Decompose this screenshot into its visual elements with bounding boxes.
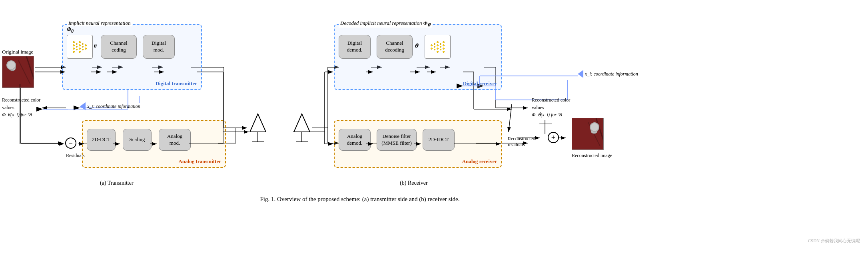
watermark: CSDN @倘若我问心无愧呢 <box>808 238 860 244</box>
reconstructed-color-left: Reconstructed color values Φ_θ(x_i) for … <box>2 96 46 118</box>
neural-net-visual-left <box>67 35 93 59</box>
digital-receiver-label: Digital receiver <box>463 80 497 87</box>
plus-circle: + <box>548 132 559 143</box>
svg-marker-51 <box>250 114 266 132</box>
phi-theta-label: Φθ <box>67 26 74 34</box>
theta-hat-label: θ̂ <box>415 43 418 49</box>
digital-transmitter-label: Digital transmitter <box>156 80 197 87</box>
svg-rect-50 <box>10 65 15 70</box>
analog-mod-block: Analog mod. <box>159 129 191 151</box>
figure-caption: Fig. 1. Overview of the proposed scheme:… <box>120 196 600 203</box>
implicit-neural-label: Implicit neural representation <box>67 20 132 26</box>
neural-net-visual-right <box>425 35 451 59</box>
caption-receiver: (b) Receiver <box>400 180 428 186</box>
blue-arrow-left-icon <box>80 102 86 110</box>
reconstructed-color-right: Reconstructed color values Φ_θ̂(x_i) for… <box>532 96 576 118</box>
digital-mod-block: Digital mod. <box>143 35 175 59</box>
analog-demod-block: Analog demod. <box>339 129 371 151</box>
digital-demod-block: Digital demod. <box>339 35 371 59</box>
svg-rect-61 <box>591 128 597 133</box>
theta-arrow-label: θ <box>94 43 97 49</box>
receive-antenna <box>292 112 312 145</box>
analog-transmitter-box: 2D-DCT Scaling Analog mod. Analog transm… <box>82 120 226 168</box>
svg-line-99 <box>509 104 512 132</box>
blue-arrow-right-icon <box>578 70 583 78</box>
caption-transmitter: (a) Transmitter <box>100 180 134 186</box>
denoise-filter-block: Denoise filter (MMSE filter) <box>377 129 417 151</box>
decoded-implicit-neural-label: Decoded implicit neural representation Φ… <box>339 20 432 28</box>
reconstructed-image-label: Reconstructed image <box>572 153 612 159</box>
svg-rect-57 <box>572 118 604 150</box>
minus-circle: − <box>65 137 76 149</box>
analog-receiver-box: Analog demod. Denoise filter (MMSE filte… <box>334 120 502 168</box>
analog-transmitter-label: Analog transmitter <box>178 158 221 165</box>
coordinate-info-arrow-right: x_i: coordinate information <box>578 70 638 78</box>
transmit-antenna <box>248 112 268 145</box>
reconstructed-residuals-label: Reconstructed residuals <box>508 136 544 148</box>
dct-block: 2D-DCT <box>87 129 116 151</box>
original-image-thumbnail <box>2 56 34 88</box>
idct-block: 2D-IDCT <box>423 129 455 151</box>
channel-decoding-block: Channel decoding <box>377 35 413 59</box>
coordinate-info-arrow-left: x_i: coordinate information <box>80 102 140 110</box>
channel-coding-block: Channel coding <box>101 35 137 59</box>
scaling-block: Scaling <box>123 129 152 151</box>
svg-marker-54 <box>294 114 310 132</box>
analog-receiver-label: Analog receiver <box>462 158 497 165</box>
reconstructed-image-thumbnail <box>572 118 604 150</box>
digital-transmitter-box: Implicit neural representation Φθ <box>62 24 202 90</box>
svg-rect-45 <box>2 56 34 88</box>
main-diagram: Original image 𝒟 = {x_i, f(x_i)}_i Impli… <box>0 0 868 248</box>
digital-receiver-box: Decoded implicit neural representation Φ… <box>334 24 502 90</box>
